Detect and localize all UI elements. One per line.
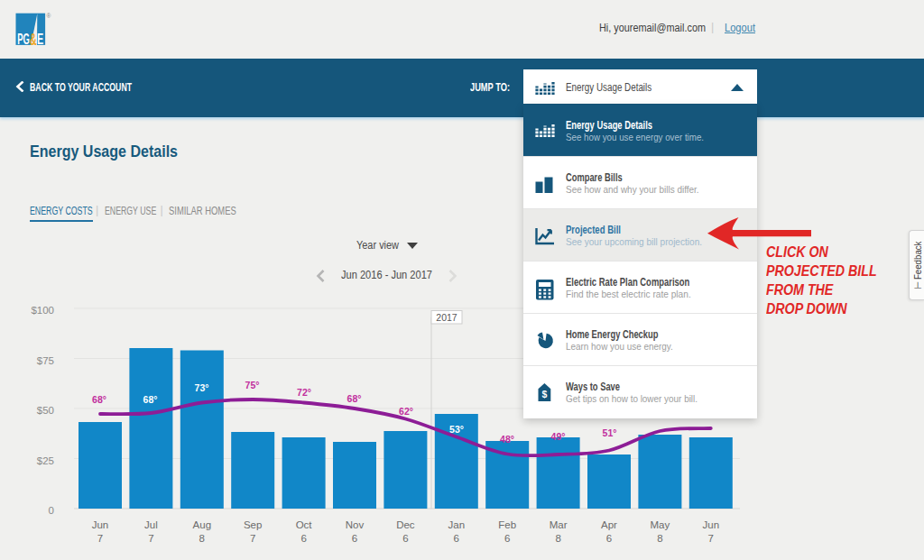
svg-text:Jun: Jun xyxy=(92,519,109,530)
svg-text:0: 0 xyxy=(49,505,54,516)
svg-text:Mar: Mar xyxy=(550,519,568,530)
svg-text:&: & xyxy=(30,31,37,49)
svg-text:6: 6 xyxy=(352,533,357,544)
svg-text:Nov: Nov xyxy=(346,519,365,530)
svg-text:8: 8 xyxy=(555,533,560,544)
svg-text:6: 6 xyxy=(504,533,510,544)
svg-text:72°: 72° xyxy=(297,387,311,398)
svg-text:6: 6 xyxy=(606,533,612,544)
svg-text:6: 6 xyxy=(300,533,306,544)
svg-text:Apr: Apr xyxy=(601,519,617,530)
svg-text:Dec: Dec xyxy=(396,519,415,530)
svg-text:48°: 48° xyxy=(500,434,514,445)
svg-text:6: 6 xyxy=(454,533,459,544)
svg-text:$25: $25 xyxy=(37,455,54,466)
svg-text:Jul: Jul xyxy=(144,519,158,530)
svg-text:PG: PG xyxy=(17,31,30,48)
svg-text:53°: 53° xyxy=(449,424,464,435)
svg-text:68°: 68° xyxy=(347,393,362,404)
svg-text:7: 7 xyxy=(708,533,714,544)
svg-text:Sep: Sep xyxy=(244,519,262,530)
svg-text:68°: 68° xyxy=(92,394,106,405)
svg-text:$75: $75 xyxy=(37,355,54,366)
svg-text:7: 7 xyxy=(97,533,103,544)
svg-text:Jan: Jan xyxy=(448,519,466,530)
svg-text:6: 6 xyxy=(402,533,408,544)
svg-text:75°: 75° xyxy=(245,380,260,390)
svg-text:$100: $100 xyxy=(31,305,54,316)
svg-text:E: E xyxy=(37,31,43,48)
svg-text:Aug: Aug xyxy=(193,519,211,530)
svg-text:Jun: Jun xyxy=(703,519,720,530)
svg-text:Feb: Feb xyxy=(498,519,516,530)
svg-text:7: 7 xyxy=(148,533,153,544)
svg-text:Oct: Oct xyxy=(296,519,313,530)
svg-text:51°: 51° xyxy=(603,427,617,438)
svg-text:68°: 68° xyxy=(143,394,158,405)
svg-text:®: ® xyxy=(47,13,51,19)
svg-text:49°: 49° xyxy=(551,431,566,442)
svg-text:May: May xyxy=(651,519,670,530)
svg-text:73°: 73° xyxy=(195,382,209,393)
svg-text:$: $ xyxy=(541,389,547,399)
svg-text:8: 8 xyxy=(199,533,205,544)
svg-text:8: 8 xyxy=(657,533,662,544)
svg-text:$50: $50 xyxy=(37,405,54,416)
svg-text:62°: 62° xyxy=(399,406,413,417)
svg-text:7: 7 xyxy=(250,533,255,544)
svg-text:2017: 2017 xyxy=(436,312,457,323)
